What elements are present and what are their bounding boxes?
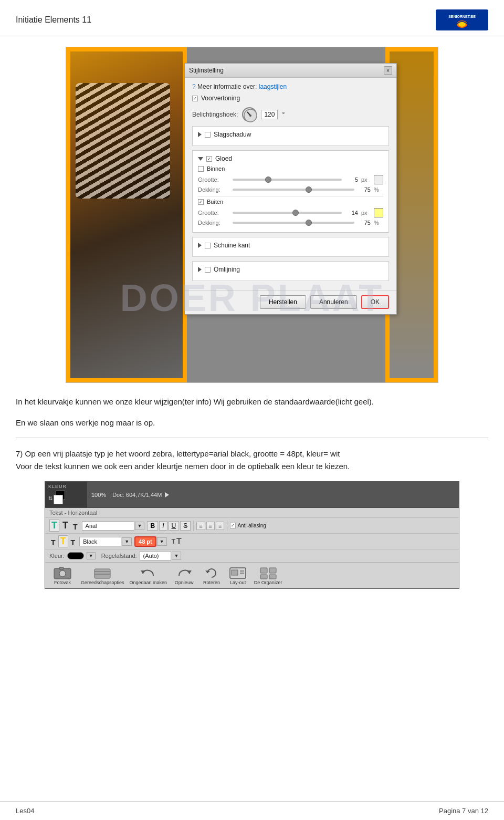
laagstijlen-link[interactable]: laagstijlen [259,83,287,90]
anti-alias-label: Anti-aliasing [237,523,266,528]
ok-button[interactable]: OK [361,295,389,309]
roteren-tool[interactable]: Roteren [201,566,222,585]
bottom-toolbar: Fotovak Gereedschapsopties [45,563,459,588]
dekking-unit-1: % [374,186,383,193]
font-style-dropdown-arrow[interactable]: ▼ [122,537,132,546]
omlijning-section: Omlijning [192,261,389,281]
angle-row: Belichtingshoek: 120 ° [192,107,389,122]
regelafstand-value[interactable]: (Auto) [140,551,171,560]
t-sub-icon-2[interactable]: T [69,538,77,547]
font-size-value[interactable]: 48 pt [134,536,156,547]
align-center-button[interactable]: ≡ [206,522,215,530]
kleur-swatches: ⇅ [48,491,84,505]
dekking-track-2[interactable] [233,222,354,224]
divider-1 [193,521,194,531]
dekking-thumb-1[interactable] [306,186,312,193]
font-style-select-container: Black ▼ [79,537,132,546]
ongedaan-maken-tool[interactable]: Ongedaan maken [130,566,167,585]
slagschaduw-checkbox[interactable] [205,132,211,138]
svg-point-6 [249,115,251,117]
doc-size: Doc: 604,7K/1,44M [112,492,162,498]
t-icons-group-1: T T T [49,520,79,532]
stijlinstelling-dialog: Stijlinstelling × ? Meer informatie over… [184,63,397,315]
paragraph-2: En we slaan ons werkje nog maar is op. [16,417,488,429]
regelafstand-dropdown-arrow[interactable]: ▼ [172,552,182,560]
dialog-title: Stijlinstelling [189,67,224,74]
redo-icon [175,566,194,580]
omlijning-checkbox[interactable] [205,267,211,273]
text-options-bar-1: Tekst - Horizontaal [45,508,459,518]
dialog-close-button[interactable]: × [384,66,392,75]
herstellen-button[interactable]: Herstellen [260,295,306,309]
bottom-screenshot: KLEUR ⇅ 100% Doc: 604,7K/1,44M Tekst [45,481,459,589]
color-picker-swatch[interactable] [67,552,84,559]
divider-2 [227,521,227,531]
t-size-icons: T T [172,537,182,546]
triangle-right-icon [198,132,202,137]
t-size-small-icon[interactable]: T [172,538,175,545]
align-right-button[interactable]: ≡ [216,522,224,530]
grootte-value-2: 14 [345,210,358,216]
strike-button[interactable]: S [180,521,191,531]
dialog-info-row: ? Meer informatie over: laagstijlen [192,83,389,90]
grootte-track-1[interactable] [233,179,342,181]
dialog-titlebar: Stijlinstelling × [185,64,396,78]
binnen-checkbox[interactable] [198,166,204,172]
dialog-buttons: Herstellen Annuleren OK [185,290,396,314]
anti-alias-checkbox[interactable]: ✓ [230,523,236,528]
color-label: Kleur: [49,553,65,559]
swap-arrows-icon[interactable]: ⇅ [48,495,52,501]
dekking-track-1[interactable] [233,189,354,191]
angle-value: 120 [261,110,278,119]
layout-tool[interactable]: Lay-out [227,566,248,585]
undo-icon [139,566,158,580]
color-swatch-2[interactable] [374,208,383,217]
buiten-row: Buiten [198,199,383,205]
annuleren-button[interactable]: Annuleren [310,295,357,309]
underline-button[interactable]: U [169,521,180,531]
font-size-dropdown-arrow[interactable]: ▼ [157,537,167,546]
schuine-kant-header: Schuine kant [198,242,383,249]
slagschaduw-label: Slagschaduw [214,131,251,138]
grootte-thumb-1[interactable] [265,177,271,183]
angle-dial[interactable] [242,107,257,122]
t-size-large-icon[interactable]: T [176,537,182,546]
play-button[interactable] [165,490,169,500]
gereedschapsopties-label: Gereedschapsopties [81,580,124,585]
t-large-icon-1[interactable]: T [49,520,59,532]
gloed-label: Gloed [215,155,232,162]
preview-checkbox[interactable] [192,96,198,101]
slagschaduw-section: Slagschaduw [192,126,389,146]
main-content: Stijlinstelling × ? Meer informatie over… [0,36,504,636]
gloed-checkbox[interactable] [206,156,212,162]
t-medium-icon[interactable]: T [71,522,79,532]
font-style-input[interactable]: Black [79,537,121,546]
gereedschapsopties-tool[interactable]: Gereedschapsopties [81,566,124,585]
dekking-value-1: 75 [358,186,371,193]
fotovak-tool[interactable]: Fotovak [49,566,76,585]
t-sub-icon-1[interactable]: T [49,538,57,547]
color-swatch-1[interactable] [374,175,383,184]
zebra-photo [66,47,187,382]
font-dropdown-arrow[interactable]: ▼ [135,522,145,530]
opnieuw-tool[interactable]: Opnieuw [172,566,196,585]
align-left-button[interactable]: ≡ [196,522,205,530]
italic-button[interactable]: I [159,521,167,531]
schuine-kant-label: Schuine kant [214,242,250,249]
dialog-body: ? Meer informatie over: laagstijlen Voor… [185,78,396,290]
t-large-yellow-icon[interactable]: T [58,535,68,547]
buiten-checkbox[interactable] [198,199,204,205]
svg-text:SENIORNET.BE: SENIORNET.BE [448,15,476,18]
preview-checkbox-row: Voorvertoning [192,95,389,102]
font-name-input[interactable]: Arial [82,521,134,531]
background-swatch[interactable] [54,495,63,504]
grootte-thumb-2[interactable] [292,210,299,216]
t-large-icon-2[interactable]: T [60,520,70,532]
schuine-checkbox[interactable] [205,243,211,248]
dekking-unit-2: % [374,220,383,226]
organizer-tool[interactable]: De Organizer [254,566,282,585]
color-dropdown-arrow[interactable]: ▼ [87,552,96,559]
bold-button[interactable]: B [147,521,158,531]
grootte-track-2[interactable] [233,212,342,214]
dekking-thumb-2[interactable] [306,220,312,226]
